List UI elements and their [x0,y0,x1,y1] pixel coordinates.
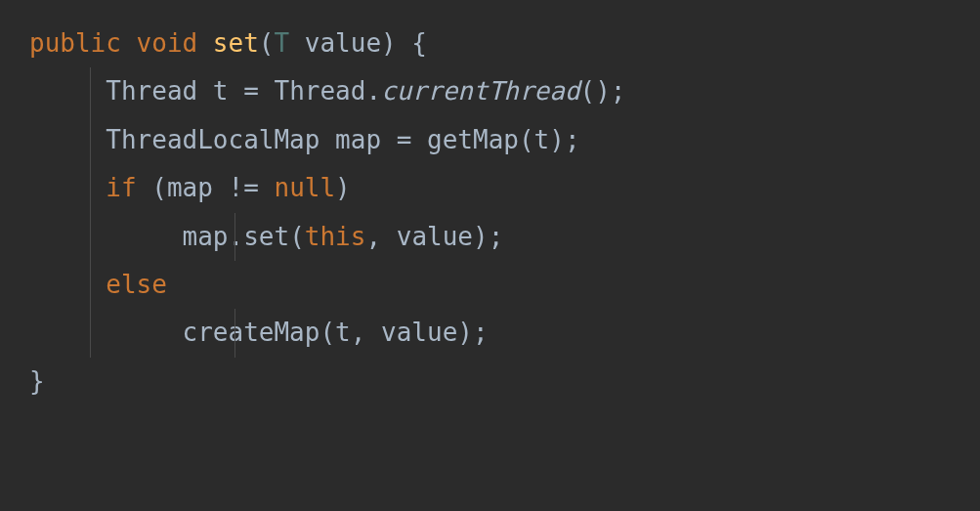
equals: = [243,76,259,106]
code-line-4: if (map != null) [29,164,951,212]
paren-open: ( [289,222,305,251]
paren-close-brace: ) { [381,28,427,58]
var-t: t [197,76,243,106]
indent [29,125,106,154]
condition-close: ) [335,173,351,202]
type-thread-2: Thread [259,76,366,106]
keyword-void: void [137,28,198,58]
var-map: map [320,125,396,154]
condition-open: (map != [137,173,275,202]
equals: = [397,125,412,154]
indent [29,76,106,106]
code-line-5: map.set(this, value); [29,213,951,261]
type-thread: Thread [106,76,197,106]
paren-open: ( [259,28,275,58]
code-line-6: else [29,261,951,309]
code-line-3: ThreadLocalMap map = getMap(t); [29,116,951,164]
type-param: T [274,28,289,58]
indent [29,173,106,202]
keyword-public: public [29,28,121,58]
code-line-1: public void set(T value) { [29,20,951,67]
indent [29,270,106,299]
keyword-this: this [305,222,366,251]
code-editor[interactable]: public void set(T value) { Thread t = Th… [0,0,980,425]
keyword-null: null [274,173,335,202]
method-createmap: createMap [183,318,320,347]
var-map: map [183,222,229,251]
code-line-2: Thread t = Thread.currentThread(); [29,67,951,115]
param-name: value [289,28,381,58]
code-line-8: } [29,358,951,405]
method-name-set: set [213,28,259,58]
code-line-7: createMap(t, value); [29,309,951,357]
closing-brace: } [29,366,45,396]
args: (t); [519,125,580,154]
args: (t, value); [320,318,488,347]
indent [29,222,183,251]
method-currentthread: currentThread [381,76,580,106]
dot: . [229,222,244,251]
rest-args: , value); [365,222,503,251]
type-threadlocalmap: ThreadLocalMap [106,125,320,154]
keyword-if: if [106,173,136,202]
call-end: (); [580,76,626,106]
dot: . [365,76,381,106]
method-set: set [243,222,289,251]
method-getmap: getMap [411,125,519,154]
keyword-else: else [106,270,167,299]
indent [29,318,183,347]
